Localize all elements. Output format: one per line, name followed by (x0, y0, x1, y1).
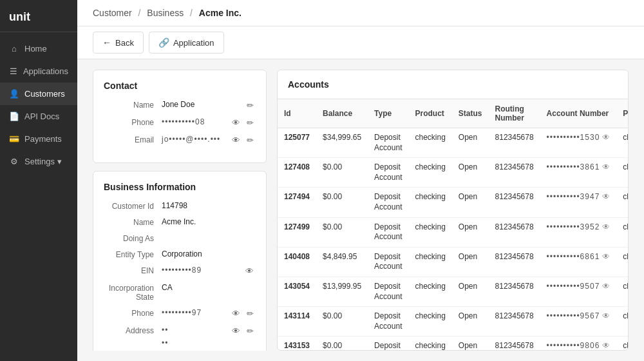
incorp-label: Incorporation State (104, 283, 162, 302)
sidebar-item-label: Customers (24, 89, 65, 99)
cell-balance: $0.00 (316, 337, 368, 350)
cell-product: checking (408, 277, 451, 306)
entity-row: Entity Type Corporation (104, 249, 256, 259)
biz-name-label: Name (104, 217, 162, 227)
eye-icon[interactable]: 👁 (230, 308, 242, 319)
cell-status: Open (452, 158, 489, 188)
biz-name-value: Acme Inc. (162, 217, 256, 226)
cell-balance: $0.00 (316, 158, 368, 188)
edit-icon[interactable]: ✏ (245, 100, 256, 111)
name-label: Name (104, 100, 162, 110)
cell-id: 127494 (278, 188, 316, 217)
sidebar-item-home[interactable]: ⌂ Home (0, 37, 77, 60)
table-row[interactable]: 127408 $0.00 Deposit Account checking Op… (278, 158, 628, 188)
cell-routing: 812345678 (489, 188, 540, 217)
cell-status: Open (452, 188, 489, 217)
ein-actions: 👁 (243, 266, 256, 277)
contact-title: Contact (104, 81, 256, 91)
eye-icon[interactable]: 👁 (602, 341, 610, 350)
cell-id: 143054 (278, 277, 316, 306)
link-icon: 🔗 (158, 37, 169, 48)
table-row[interactable]: 127499 $0.00 Deposit Account checking Op… (278, 217, 628, 247)
breadcrumb-customer[interactable]: Customer (93, 8, 132, 18)
table-row[interactable]: 143153 $0.00 Deposit Account checking Op… (278, 337, 628, 350)
eye-icon[interactable]: 👁 (243, 266, 256, 277)
eye-icon[interactable]: 👁 (602, 252, 610, 261)
breadcrumb-current: Acme Inc. (199, 8, 242, 18)
incorp-value: CA (162, 283, 256, 292)
biz-phone-row: Phone •••••••••97 👁 ✏ (104, 308, 256, 319)
cell-status: Open (452, 277, 489, 306)
biz-phone-actions: 👁 ✏ (230, 308, 256, 319)
entity-value: Corporation (162, 249, 256, 259)
cid-label: Customer Id (104, 201, 162, 211)
customers-icon: 👤 (9, 89, 19, 99)
application-button[interactable]: 🔗 Application (149, 32, 224, 54)
business-card: Business Information Customer Id 114798 … (93, 171, 267, 351)
account-num-masked: ••••••••••1530 (547, 133, 600, 142)
cell-id: 127408 (278, 158, 316, 188)
back-button[interactable]: ← Back (93, 32, 144, 54)
cell-type: Deposit Account (368, 158, 408, 188)
cell-balance: $13,999.95 (316, 277, 368, 306)
table-row[interactable]: 127494 $0.00 Deposit Account checking Op… (278, 188, 628, 217)
eye-icon[interactable]: 👁 (602, 162, 610, 171)
sidebar-item-label: API Docs (24, 112, 59, 121)
toolbar: ← Back 🔗 Application (77, 26, 644, 59)
contact-phone-row: Phone ••••••••••08 👁 ✏ (104, 117, 256, 128)
cell-account-num: ••••••••••9806 👁 (540, 337, 617, 350)
table-row[interactable]: 143114 $0.00 Deposit Account checking Op… (278, 307, 628, 337)
sidebar-item-api-docs[interactable]: 📄 API Docs (0, 105, 77, 128)
cell-account-num: ••••••••••9507 👁 (540, 277, 617, 306)
header: Customer / Business / Acme Inc. (77, 0, 644, 26)
cell-purpose: checking (616, 307, 628, 337)
sidebar-item-payments[interactable]: 💳 Payments (0, 128, 77, 150)
accounts-body: 125077 $34,999.65 Deposit Account checki… (278, 128, 628, 351)
name-value: Jone Doe (162, 100, 245, 109)
email-value: jo•••••@••••.••• (162, 135, 230, 144)
contact-name-row: Name Jone Doe ✏ (104, 100, 256, 111)
email-label: Email (104, 135, 162, 144)
table-row[interactable]: 143054 $13,999.95 Deposit Account checki… (278, 277, 628, 306)
edit-icon[interactable]: ✏ (245, 117, 256, 128)
eye-icon[interactable]: 👁 (602, 222, 610, 231)
eye-icon[interactable]: 👁 (230, 117, 242, 128)
back-label: Back (115, 38, 134, 48)
eye-icon[interactable]: 👁 (602, 311, 610, 320)
cell-type: Deposit Account (368, 217, 408, 247)
cell-id: 125077 (278, 128, 316, 158)
breadcrumb-business[interactable]: Business (147, 8, 184, 18)
eye-icon[interactable]: 👁 (602, 282, 610, 291)
account-num-masked: ••••••••••9567 (547, 311, 600, 320)
content-area: Contact Name Jone Doe ✏ Phone ••••••••••… (77, 59, 644, 361)
cell-balance: $0.00 (316, 188, 368, 217)
table-row[interactable]: 125077 $34,999.65 Deposit Account checki… (278, 128, 628, 158)
table-row[interactable]: 140408 $4,849.95 Deposit Account checkin… (278, 247, 628, 277)
breadcrumb-sep-1: / (138, 8, 141, 18)
account-num-masked: ••••••••••9507 (547, 282, 600, 291)
eye-icon[interactable]: 👁 (602, 192, 610, 201)
edit-icon[interactable]: ✏ (245, 308, 256, 319)
doing-label: Doing As (104, 233, 162, 243)
cell-product: checking (408, 188, 451, 217)
cell-product: checking (408, 247, 451, 277)
eye-icon[interactable]: 👁 (230, 135, 242, 146)
edit-icon[interactable]: ✏ (245, 135, 256, 146)
sidebar-item-applications[interactable]: ☰ Applications (0, 60, 77, 83)
phone-actions: 👁 ✏ (230, 117, 256, 128)
sidebar-item-customers[interactable]: 👤 Customers (0, 83, 77, 105)
account-num-masked: ••••••••••6861 (547, 252, 600, 261)
address-row: Address •• •• ••••• 👁 ✏ (104, 326, 256, 351)
name-actions: ✏ (245, 100, 256, 111)
biz-name-row: Name Acme Inc. (104, 217, 256, 227)
biz-phone-value: •••••••••97 (162, 308, 230, 317)
phone-value: ••••••••••08 (162, 117, 230, 126)
eye-icon[interactable]: 👁 (230, 326, 242, 337)
sidebar-item-label: Home (24, 44, 47, 54)
edit-icon[interactable]: ✏ (245, 326, 256, 337)
api-docs-icon: 📄 (9, 112, 19, 121)
eye-icon[interactable]: 👁 (602, 133, 610, 142)
sidebar-item-settings[interactable]: ⚙ Settings ▾ (0, 150, 77, 173)
cell-purpose: checking (616, 217, 628, 247)
cell-purpose: checking (616, 128, 628, 158)
